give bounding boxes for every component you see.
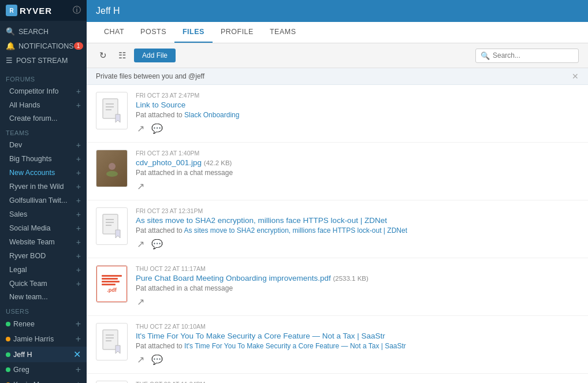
tabs-bar: CHAT POSTS FILES PROFILE TEAMS [87,22,588,43]
close-banner-button[interactable]: ✕ [572,72,579,81]
file-meta-link[interactable]: Slack Onboarding [184,111,239,119]
teams-section-header: TEAMS [0,125,87,138]
file-thumbnail [96,323,128,360]
file-icon-link [96,92,127,129]
file-meta: Pat attached in a chat message [136,169,579,177]
file-title[interactable]: Link to Source [136,101,579,109]
sidebar-item-all-hands[interactable]: All Hands + [0,98,87,112]
sidebar-item-big-thoughts[interactable]: Big Thoughts + [0,152,87,166]
file-item: FRI OCT 23 AT 2:47PM Link to Source Pat … [87,85,588,143]
sidebar-header: R RYVER ⓘ [0,0,87,21]
new-team-label: New team... [9,293,48,301]
tab-profile[interactable]: PROFILE [213,22,262,43]
add-website-team-btn[interactable]: + [76,237,81,247]
external-link-button[interactable]: ↗ [136,180,146,193]
add-all-hands-btn[interactable]: + [76,101,81,110]
external-link-button[interactable]: ↗ [136,353,146,366]
filter-button[interactable]: ☷ [115,48,129,63]
file-title[interactable]: It's Time For You To Make Security a Cor… [136,332,579,340]
sidebar-item-golfsullivan[interactable]: Golfsullivan Twit... + [0,194,87,207]
file-content: FRI OCT 23 AT 1:40PM cdv_photo_001.jpg (… [136,150,579,193]
tab-files[interactable]: FILES [174,22,213,43]
add-social-media-btn[interactable]: + [76,224,81,233]
file-title[interactable]: cdv_photo_001.jpg (42.2 KB) [136,158,579,167]
files-toolbar: ↻ ☷ Add File 🔍 [87,43,588,68]
sidebar-item-greg[interactable]: Greg + [0,362,87,377]
add-legal-btn[interactable]: + [76,265,81,274]
files-list: FRI OCT 23 AT 2:47PM Link to Source Pat … [87,85,588,383]
legal-label: Legal [9,266,27,274]
add-file-button[interactable]: Add File [134,49,176,62]
file-title[interactable]: Pure Chat Board Meeting Onboarding impro… [136,274,579,282]
sidebar-item-jamie-harris[interactable]: Jamie Harris + [0,332,87,347]
sidebar-item-notifications[interactable]: 🔔 NOTIFICATIONS 1 [0,39,87,53]
file-title[interactable]: As sites move to SHA2 encryption, millio… [136,216,579,225]
file-icon-link [96,208,127,244]
file-thumbnail [96,150,128,187]
add-quick-team-btn[interactable]: + [76,279,81,288]
file-item: .pdf THU OCT 22 AT 11:17AM Pure Chat Boa… [87,258,588,316]
forums-section-header: FORUMS [0,71,87,84]
teams-label: TEAMS [6,129,29,136]
tab-teams[interactable]: TEAMS [262,22,304,43]
private-banner: Private files between you and @jeff ✕ [87,68,588,85]
external-link-button[interactable]: ↗ [136,122,146,135]
chat-button[interactable]: 💬 [150,237,164,251]
tab-posts[interactable]: POSTS [132,22,174,43]
sidebar-item-search[interactable]: 🔍 SEARCH [0,24,87,39]
external-link-button[interactable]: ↗ [136,237,146,251]
sidebar-item-renee[interactable]: Renee + [0,317,87,332]
add-competitor-info-btn[interactable]: + [76,87,81,96]
sidebar-item-social-media[interactable]: Social Media + [0,221,87,235]
add-sales-btn[interactable]: + [76,210,81,219]
add-ryver-bod-btn[interactable]: + [76,251,81,261]
chat-button[interactable]: 💬 [150,353,164,366]
sidebar-item-competitor-info[interactable]: Competitor Info + [0,84,87,98]
sidebar-item-new-team[interactable]: New team... [0,291,87,303]
ryver-bod-label: Ryver BOD [9,252,46,260]
page-title-bar: Jeff H [87,0,588,22]
file-actions: ↗ [136,180,579,193]
add-jamie-btn[interactable]: + [76,334,81,344]
sidebar-item-sales[interactable]: Sales + [0,207,87,221]
add-new-accounts-btn[interactable]: + [76,168,81,177]
renee-label: Renee [13,320,35,328]
tab-chat[interactable]: CHAT [96,22,132,43]
sidebar-item-jeff-h[interactable]: Jeff H ✕ [0,347,87,362]
private-banner-text: Private files between you and @jeff [96,72,204,80]
forums-label: FORUMS [6,76,35,83]
file-item: FRI OCT 23 AT 1:40PM cdv_photo_001.jpg (… [87,143,588,200]
chat-button[interactable]: 💬 [150,122,164,135]
add-renee-btn[interactable]: + [76,319,81,329]
svg-marker-11 [116,230,120,238]
add-greg-btn[interactable]: + [76,365,81,375]
sidebar-item-ryver-bod[interactable]: Ryver BOD + [0,249,87,263]
sidebar-item-quick-team[interactable]: Quick Team + [0,277,87,291]
sidebar-item-legal[interactable]: Legal + [0,263,87,277]
sidebar-item-new-accounts[interactable]: New Accounts + [0,166,87,180]
sidebar-item-dev[interactable]: Dev + [0,138,87,152]
file-meta-link[interactable]: It's Time For You To Make Security a Cor… [184,342,406,350]
file-content: THU OCT 22 AT 10:10AM It's Time For You … [136,323,579,366]
sidebar-item-ryver-wild[interactable]: Ryver in the Wild + [0,180,87,194]
add-ryver-wild-btn[interactable]: + [76,182,81,191]
sidebar-item-kevin-myers[interactable]: Kevin Myers + [0,377,87,383]
golfsullivan-label: Golfsullivan Twit... [9,196,68,204]
file-content: FRI OCT 23 AT 2:47PM Link to Source Pat … [136,92,579,135]
add-kevin-btn[interactable]: + [76,380,81,383]
info-icon[interactable]: ⓘ [73,5,81,16]
search-input[interactable] [493,51,574,60]
external-link-button[interactable]: ↗ [136,295,146,308]
add-big-thoughts-btn[interactable]: + [76,154,81,163]
stream-icon: ☰ [6,56,13,65]
sidebar-item-create-forum[interactable]: Create forum... [0,112,87,125]
refresh-button[interactable]: ↻ [96,48,110,63]
sidebar-item-website-team[interactable]: Website Team + [0,235,87,249]
file-content: TUE OCT 20 AT 11:34PM https://twitter.co… [136,381,579,383]
add-dev-btn[interactable]: + [76,140,81,150]
file-meta-link[interactable]: As sites move to SHA2 encryption, millio… [184,226,407,235]
file-meta: Pat attached in a chat message [136,284,579,292]
sidebar-item-post-stream[interactable]: ☰ POST STREAM [0,53,87,68]
add-golfsullivan-btn[interactable]: + [76,196,81,205]
add-jeff-btn[interactable]: ✕ [73,349,81,360]
